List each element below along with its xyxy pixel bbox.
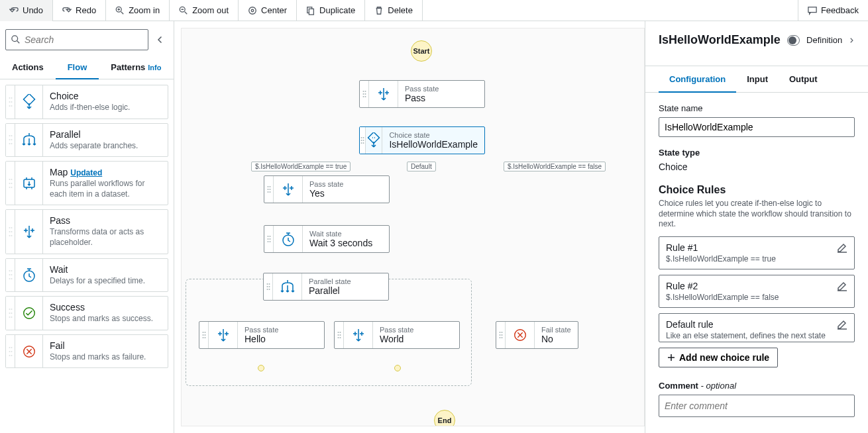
left-panel: Actions Flow PatternsInfo ChoiceAdds if-…: [0, 21, 174, 433]
svg-point-42: [11, 309, 12, 310]
right-tabs: Configuration Input Output: [645, 66, 868, 93]
edit-icon[interactable]: [837, 319, 847, 330]
svg-point-91: [202, 337, 203, 338]
search-input[interactable]: [25, 34, 142, 45]
svg-point-52: [9, 355, 10, 356]
drag-handle-icon: [6, 85, 15, 119]
search-box[interactable]: [5, 29, 148, 50]
svg-rect-6: [808, 7, 816, 12]
undo-icon: [9, 6, 19, 15]
add-rule-button[interactable]: Add new choice rule: [659, 348, 778, 367]
node-parallel[interactable]: Parallel stateParallel: [263, 273, 389, 301]
tab-actions[interactable]: Actions: [0, 56, 56, 79]
svg-point-75: [269, 236, 270, 237]
choice-icon: [366, 127, 383, 154]
choice-rules-desc: Choice rules let you create if-then-else…: [659, 199, 855, 230]
zoom-in-button[interactable]: Zoom in: [106, 0, 170, 21]
pass-icon: [344, 322, 373, 348]
choice-icon: [15, 85, 43, 119]
edit-icon[interactable]: [837, 281, 847, 291]
delete-button[interactable]: Delete: [365, 0, 423, 21]
state-name-input[interactable]: [659, 117, 855, 137]
node-pass[interactable]: Pass statePass: [359, 80, 485, 108]
svg-point-81: [266, 283, 268, 285]
svg-point-98: [339, 337, 341, 338]
redo-icon: [62, 6, 72, 15]
redo-button[interactable]: Redo: [53, 0, 106, 21]
duplicate-icon: [306, 6, 315, 15]
svg-point-9: [11, 97, 12, 99]
node-world[interactable]: Pass stateWorld: [334, 321, 460, 349]
svg-point-28: [9, 227, 10, 228]
choice-rules-heading: Choice Rules: [659, 184, 855, 196]
node-choice[interactable]: Choice stateIsHelloWorldExample: [359, 126, 485, 154]
svg-point-103: [499, 337, 500, 338]
tab-input[interactable]: Input: [736, 66, 779, 92]
edit-icon[interactable]: [837, 242, 847, 253]
chevron-left-icon: [156, 36, 164, 44]
node-yes[interactable]: Pass stateYes: [264, 175, 390, 203]
zoom-out-button[interactable]: Zoom out: [170, 0, 239, 21]
start-node[interactable]: Start: [411, 40, 432, 62]
flow-item-wait[interactable]: WaitDelays for a specified time.: [5, 258, 168, 293]
svg-point-26: [11, 187, 12, 188]
end-node[interactable]: End: [434, 410, 455, 426]
svg-point-16: [11, 135, 12, 136]
svg-point-36: [9, 274, 10, 275]
tab-flow[interactable]: Flow: [56, 56, 99, 79]
svg-point-46: [11, 316, 12, 318]
info-link[interactable]: Info: [148, 64, 161, 72]
plus-icon: [667, 354, 675, 361]
svg-point-43: [9, 313, 10, 314]
svg-point-85: [266, 289, 268, 290]
svg-point-11: [11, 101, 12, 103]
svg-point-73: [269, 191, 270, 193]
svg-point-29: [11, 227, 12, 228]
node-no[interactable]: Fail stateNo: [496, 321, 578, 349]
pass-icon: [369, 81, 398, 107]
flow-item-fail[interactable]: FailStops and marks as failure.: [5, 334, 168, 369]
edge-label-true: $.IsHelloWorldExample == true: [251, 162, 351, 171]
flow-item-choice[interactable]: ChoiceAdds if-then-else logic.: [5, 85, 168, 119]
svg-point-68: [267, 186, 268, 187]
tab-patterns[interactable]: PatternsInfo: [99, 56, 173, 79]
tab-configuration[interactable]: Configuration: [659, 66, 736, 92]
wait-icon: [274, 226, 303, 252]
comment-input[interactable]: [659, 395, 855, 417]
rule-1[interactable]: Rule #1$.IsHelloWorldExample == true: [659, 236, 855, 269]
success-icon: [15, 297, 43, 330]
feedback-icon: [808, 6, 817, 15]
duplicate-button[interactable]: Duplicate: [297, 0, 365, 21]
undo-button[interactable]: Undo: [0, 0, 53, 21]
trash-icon: [374, 6, 384, 15]
node-hello[interactable]: Pass stateHello: [199, 321, 325, 349]
drag-handle-icon: [6, 259, 15, 292]
tab-output[interactable]: Output: [779, 66, 828, 92]
svg-point-57: [362, 93, 364, 95]
branch-endpoint: [394, 365, 401, 371]
chevron-right-icon[interactable]: [849, 36, 855, 45]
svg-point-24: [11, 183, 12, 184]
flow-item-success[interactable]: SuccessStops and marks as success.: [5, 296, 168, 330]
flow-item-parallel[interactable]: ParallelAdds separate branches.: [5, 123, 168, 158]
node-wait[interactable]: Wait stateWait 3 seconds: [264, 225, 390, 253]
collapse-left-button[interactable]: [152, 32, 168, 48]
feedback-button[interactable]: Feedback: [798, 0, 868, 21]
parallel-icon: [273, 273, 302, 300]
svg-point-71: [269, 189, 270, 190]
definition-toggle[interactable]: [787, 35, 800, 46]
flow-item-pass[interactable]: PassTransforms data or acts as placehold…: [5, 209, 168, 254]
svg-point-56: [364, 91, 366, 92]
rule-default[interactable]: Default ruleLike an else statement, defi…: [659, 313, 855, 342]
svg-point-35: [11, 270, 12, 271]
svg-point-34: [9, 270, 10, 271]
workflow-canvas[interactable]: Start Pass statePass Choice stateIsHello…: [181, 28, 645, 426]
svg-point-23: [9, 183, 10, 184]
svg-point-10: [9, 101, 10, 103]
flow-item-map[interactable]: MapUpdatedRuns parallel workflows for ea…: [5, 161, 168, 205]
rule-2[interactable]: Rule #2$.IsHelloWorldExample == false: [659, 275, 855, 308]
center-button[interactable]: Center: [239, 0, 297, 21]
drag-handle-icon: [6, 210, 15, 253]
svg-point-65: [360, 142, 362, 144]
definition-label: Definition: [806, 35, 842, 45]
